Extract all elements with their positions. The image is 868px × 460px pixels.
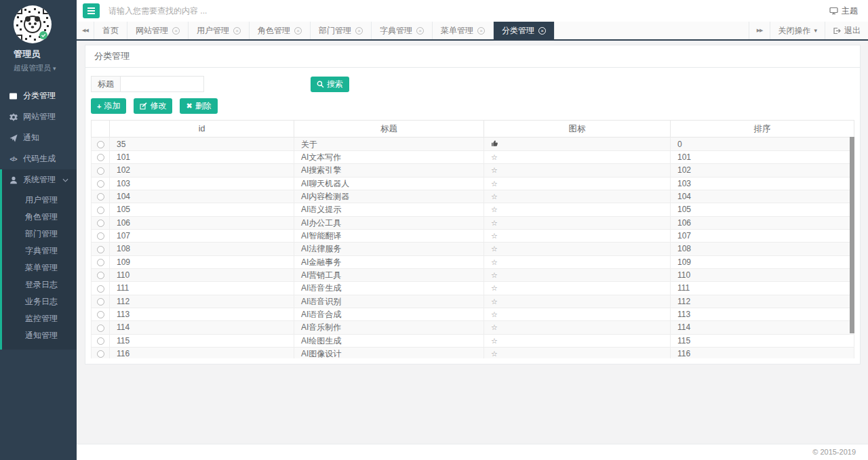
tab-菜单管理[interactable]: 菜单管理× (433, 22, 494, 39)
tab-label: 用户管理 (197, 25, 229, 37)
row-radio-button[interactable] (97, 285, 104, 293)
tab-部门管理[interactable]: 部门管理× (311, 22, 372, 39)
select-cell (92, 268, 110, 281)
theme-button[interactable]: 主题 (829, 5, 858, 17)
logout-button[interactable]: 退出 (825, 22, 868, 39)
row-radio-button[interactable] (97, 180, 104, 188)
select-cell (92, 255, 110, 268)
sidebar-subitem-菜单管理[interactable]: 菜单管理 (2, 259, 77, 276)
cell-icon: ☆ (484, 243, 671, 255)
app-window: 管理员 超级管理员▾ 分类管理网站管理通知</>代码生成系统管理用户管理角色管理… (0, 0, 868, 460)
x-icon: ✖ (186, 102, 192, 110)
row-radio-button[interactable] (97, 246, 104, 253)
edit-button-label: 修改 (150, 100, 166, 112)
sidebar-subitem-监控管理[interactable]: 监控管理 (2, 310, 77, 327)
cell-title: AI音乐制作 (294, 321, 484, 334)
row-radio-button[interactable] (97, 219, 104, 227)
select-cell (92, 243, 110, 255)
row-radio-button[interactable] (97, 337, 104, 345)
sidebar-subitem-字典管理[interactable]: 字典管理 (2, 243, 77, 259)
sidebar-subitem-登录日志[interactable]: 登录日志 (2, 276, 77, 293)
cell-sort: 106 (671, 216, 854, 229)
row-radio-button[interactable] (97, 259, 104, 266)
caret-down-icon: ▾ (814, 27, 817, 34)
tab-close-icon[interactable]: × (172, 27, 180, 35)
search-button[interactable]: 搜索 (311, 77, 349, 92)
sidebar-subitem-通知管理[interactable]: 通知管理 (2, 327, 77, 344)
user-role-dropdown[interactable]: 超级管理员▾ (14, 63, 77, 73)
tab-close-icon[interactable]: × (538, 27, 546, 35)
menu-toggle-button[interactable] (83, 3, 100, 18)
sidebar-item-通知[interactable]: 通知 (0, 127, 77, 148)
cell-id: 103 (110, 177, 294, 190)
row-radio-button[interactable] (97, 141, 104, 148)
select-cell (92, 334, 110, 347)
star-icon: ☆ (491, 310, 498, 318)
global-search-input[interactable] (108, 6, 312, 16)
row-radio-button[interactable] (97, 154, 104, 161)
row-radio-button[interactable] (97, 272, 104, 279)
double-arrow-right-icon: ▶▶ (757, 28, 763, 33)
cell-sort: 110 (671, 268, 854, 281)
tab-label: 首页 (102, 25, 119, 37)
gear-icon (9, 113, 18, 121)
select-cell (92, 295, 110, 308)
edit-button[interactable]: 修改 (134, 98, 172, 114)
tab-字典管理[interactable]: 字典管理× (372, 22, 433, 39)
row-radio-button[interactable] (97, 207, 104, 214)
edit-icon (140, 102, 147, 110)
row-radio-button[interactable] (97, 325, 104, 332)
sidebar-item-分类管理[interactable]: 分类管理 (0, 85, 77, 106)
star-icon: ☆ (491, 297, 498, 306)
cell-id: 35 (110, 138, 294, 151)
sidebar-subitem-部门管理[interactable]: 部门管理 (2, 226, 77, 243)
code-icon: </> (9, 156, 18, 163)
category-icon (9, 92, 18, 100)
cell-id: 107 (110, 229, 294, 242)
title-input[interactable] (120, 76, 204, 92)
tabs-scroll-right-button[interactable]: ▶▶ (749, 22, 770, 39)
select-column-header (92, 121, 110, 138)
tab-close-icon[interactable]: × (477, 27, 485, 35)
sidebar-item-网站管理[interactable]: 网站管理 (0, 106, 77, 127)
chevron-down-icon (62, 175, 68, 185)
row-radio-button[interactable] (97, 193, 104, 201)
add-button[interactable]: + 添加 (91, 98, 126, 114)
cell-title: AI图像设计 (294, 347, 484, 358)
sidebar-subitem-角色管理[interactable]: 角色管理 (2, 209, 77, 226)
cell-title: AI搜索引擎 (294, 164, 484, 177)
tabs-scroll-left-button[interactable]: ◀◀ (77, 22, 94, 39)
thumbs-up-icon (491, 140, 498, 147)
row-radio-button[interactable] (97, 167, 104, 175)
tab-网站管理[interactable]: 网站管理× (127, 22, 189, 39)
add-button-label: 添加 (104, 100, 120, 112)
tab-close-icon[interactable]: × (233, 27, 241, 35)
cell-id: 112 (110, 295, 294, 308)
tab-分类管理[interactable]: 分类管理× (494, 22, 555, 39)
row-radio-button[interactable] (97, 298, 104, 306)
tab-角色管理[interactable]: 角色管理× (250, 22, 311, 39)
avatar[interactable] (14, 5, 52, 43)
sidebar-item-label: 分类管理 (23, 90, 56, 102)
table-body: 35关于0101AI文本写作☆101102AI搜索引擎☆102103AI聊天机器… (92, 138, 854, 359)
row-radio-button[interactable] (97, 232, 104, 240)
tab-用户管理[interactable]: 用户管理× (189, 22, 250, 39)
star-icon: ☆ (491, 166, 498, 174)
tab-close-icon[interactable]: × (294, 27, 302, 35)
delete-button[interactable]: ✖ 删除 (180, 98, 217, 114)
select-cell (92, 308, 110, 320)
sidebar-subitem-业务日志[interactable]: 业务日志 (2, 293, 77, 310)
tab-close-icon[interactable]: × (355, 27, 363, 35)
sidebar-subitem-用户管理[interactable]: 用户管理 (2, 192, 77, 209)
close-operations-dropdown[interactable]: 关闭操作 ▾ (770, 22, 825, 39)
cell-sort: 103 (671, 177, 854, 190)
row-radio-button[interactable] (97, 311, 104, 318)
row-radio-button[interactable] (97, 350, 104, 358)
table-scrollbar[interactable] (850, 137, 854, 333)
tab-close-icon[interactable]: × (416, 27, 424, 35)
sidebar-item-代码生成[interactable]: </>代码生成 (0, 148, 77, 169)
sidebar-item-系统管理[interactable]: 系统管理 (2, 169, 77, 190)
paper-plane-icon (9, 134, 18, 142)
tab-首页[interactable]: 首页 (94, 22, 127, 39)
table-row: 102AI搜索引擎☆102 (92, 164, 854, 177)
